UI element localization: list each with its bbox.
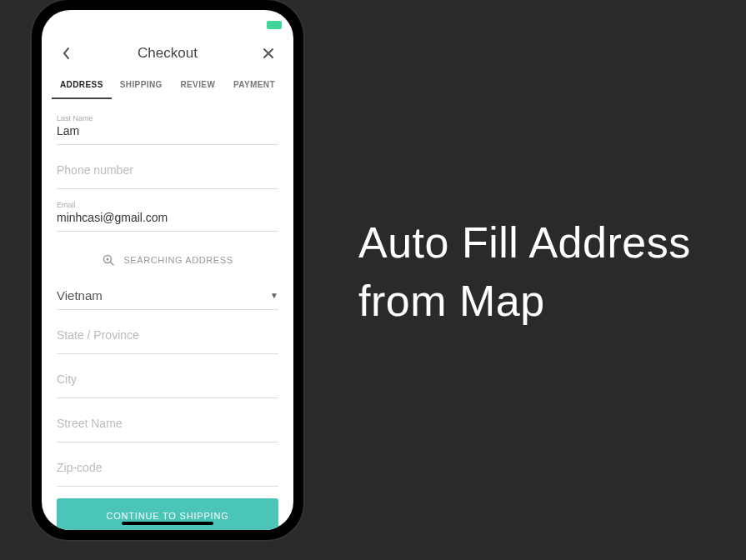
lastname-field[interactable]: Last Name Lam (57, 108, 278, 145)
searching-address-button[interactable]: SEARCHING ADDRESS (57, 237, 278, 280)
country-value: Vietnam (57, 288, 103, 302)
country-dropdown[interactable]: Vietnam ▼ (57, 280, 278, 310)
zip-placeholder: Zip-code (57, 458, 278, 478)
search-location-icon (102, 253, 115, 267)
status-bar (42, 10, 293, 35)
tab-shipping[interactable]: SHIPPING (112, 75, 171, 99)
header: Checkout (42, 35, 293, 68)
email-label: Email (57, 201, 278, 209)
home-indicator[interactable] (122, 522, 213, 525)
back-button[interactable] (57, 43, 77, 63)
email-field[interactable]: Email minhcasi@gmail.com (57, 194, 278, 232)
hero-line-1: Auto Fill Address (358, 213, 691, 272)
phone-placeholder: Phone number (57, 160, 278, 180)
hero-line-2: from Map (358, 272, 691, 330)
phone-field[interactable]: Phone number (57, 150, 278, 189)
lastname-value: Lam (57, 124, 278, 139)
tab-review[interactable]: REVIEW (171, 75, 225, 99)
phone-screen: Checkout ADDRESS SHIPPING REVIEW PAYMENT… (42, 10, 293, 530)
phone-frame: Checkout ADDRESS SHIPPING REVIEW PAYMENT… (32, 0, 303, 540)
form-content: Last Name Lam Phone number Email minhcas… (42, 99, 293, 530)
zip-field[interactable]: Zip-code (57, 448, 278, 487)
street-placeholder: Street Name (57, 413, 278, 433)
close-icon (263, 48, 274, 59)
lastname-label: Last Name (57, 114, 278, 122)
chevron-down-icon: ▼ (270, 291, 278, 300)
page-title: Checkout (138, 45, 198, 62)
svg-line-1 (111, 262, 114, 266)
city-field[interactable]: City (57, 359, 278, 398)
state-field[interactable]: State / Province (57, 315, 278, 354)
street-field[interactable]: Street Name (57, 403, 278, 442)
close-button[interactable] (258, 43, 278, 63)
state-placeholder: State / Province (57, 325, 278, 345)
tabs: ADDRESS SHIPPING REVIEW PAYMENT (42, 68, 293, 99)
battery-icon (267, 21, 282, 29)
city-placeholder: City (57, 369, 278, 389)
searching-label: SEARCHING ADDRESS (123, 255, 233, 265)
email-value: minhcasi@gmail.com (57, 211, 278, 226)
tab-address[interactable]: ADDRESS (52, 75, 112, 99)
hero-text: Auto Fill Address from Map (358, 213, 691, 330)
continue-button[interactable]: CONTINUE TO SHIPPING (57, 498, 278, 530)
svg-point-2 (107, 258, 109, 261)
chevron-left-icon (62, 47, 72, 60)
tab-payment[interactable]: PAYMENT (225, 75, 283, 99)
